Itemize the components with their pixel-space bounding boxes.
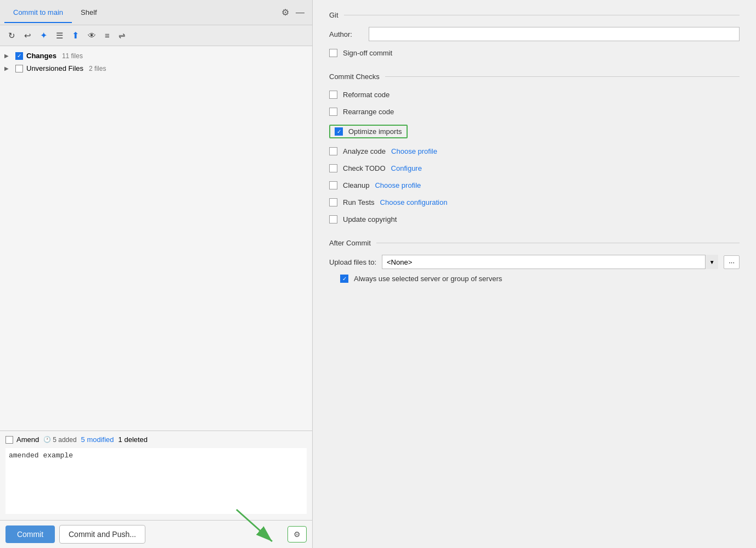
after-commit-header: After Commit bbox=[329, 239, 740, 247]
cleanup-checkbox[interactable] bbox=[329, 181, 337, 189]
reformat-label: Reformat code bbox=[343, 91, 390, 99]
always-row: Always use selected server or group of s… bbox=[340, 275, 740, 283]
update-copyright-checkbox[interactable] bbox=[329, 215, 337, 223]
changes-checkbox[interactable] bbox=[15, 52, 23, 60]
unversioned-item[interactable]: ▶ Unversioned Files 2 files bbox=[0, 62, 312, 75]
changes-count: 11 files bbox=[62, 52, 83, 60]
bottom-gear-button[interactable]: ⚙ bbox=[287, 526, 307, 543]
commit-and-push-button[interactable]: Commit and Push... bbox=[59, 525, 145, 544]
toolbar: ↻ ↩ ✦ ☰ ⬆ 👁 ≡ ⇌ bbox=[0, 25, 312, 46]
file-tree: ▶ Changes 11 files ▶ Unversioned Files 2… bbox=[0, 46, 312, 430]
right-panel: Git Author: Sign-off commit Commit Check… bbox=[313, 0, 756, 548]
upload-select-wrapper: <None> ▼ bbox=[382, 255, 718, 269]
tabs-bar: Commit to main Shelf ⚙ — bbox=[0, 0, 312, 25]
commit-button[interactable]: Commit bbox=[5, 525, 55, 543]
deleted-count: 1 deleted bbox=[119, 435, 148, 444]
left-panel: Commit to main Shelf ⚙ — ↻ ↩ ✦ ☰ ⬆ 👁 ≡ ⇌… bbox=[0, 0, 313, 548]
modified-count: 5 modified bbox=[81, 435, 114, 444]
git-section: Git Author: Sign-off commit bbox=[329, 11, 740, 59]
optimize-highlighted-container: Optimize imports bbox=[329, 125, 408, 138]
unversioned-count: 2 files bbox=[89, 65, 106, 72]
commit-checks-section: Commit Checks Reformat code Rearrange co… bbox=[329, 72, 740, 226]
check-cleanup-row: Cleanup Choose profile bbox=[329, 179, 740, 192]
upload-select-arrow[interactable]: ▼ bbox=[705, 255, 718, 269]
optimize-label: Optimize imports bbox=[348, 127, 402, 136]
update-copyright-label: Update copyright bbox=[343, 215, 397, 223]
author-row: Author: bbox=[329, 27, 740, 41]
tab-commit-to-main[interactable]: Commit to main bbox=[4, 3, 72, 23]
git-section-header: Git bbox=[329, 11, 740, 19]
sign-off-checkbox[interactable] bbox=[329, 49, 337, 57]
changes-arrow: ▶ bbox=[4, 53, 12, 59]
amend-checkbox-row: Amend bbox=[5, 435, 39, 444]
upload-more-button[interactable]: ··· bbox=[724, 255, 740, 269]
check-reformat-row: Reformat code bbox=[329, 88, 740, 101]
upload-select-value: <None> bbox=[387, 258, 412, 266]
eye-btn[interactable]: 👁 bbox=[85, 29, 99, 42]
diff-btn[interactable]: ☰ bbox=[53, 29, 66, 42]
cleanup-label: Cleanup bbox=[343, 181, 369, 189]
upload-row: Upload files to: <None> ▼ ··· bbox=[329, 255, 740, 269]
unversioned-label: Unversioned Files bbox=[26, 64, 83, 72]
cleanup-choose-profile-link[interactable]: Choose profile bbox=[375, 181, 421, 189]
optimize-checkbox[interactable] bbox=[335, 127, 343, 136]
amend-checkbox[interactable] bbox=[5, 436, 13, 444]
analyze-label: Analyze code bbox=[343, 147, 386, 155]
changes-item[interactable]: ▶ Changes 11 files bbox=[0, 49, 312, 62]
check-run-tests-row: Run Tests Choose configuration bbox=[329, 196, 740, 209]
move-btn[interactable]: ✦ bbox=[37, 29, 50, 42]
added-stat: 🕐 5 added bbox=[43, 436, 76, 444]
stats-row: Amend 🕐 5 added 5 modified 1 deleted bbox=[5, 435, 307, 444]
undo-btn[interactable]: ↩ bbox=[21, 29, 34, 42]
check-update-copyright-row: Update copyright bbox=[329, 213, 740, 226]
analyze-choose-profile-link[interactable]: Choose profile bbox=[391, 147, 437, 155]
settings-icon-btn[interactable]: ⚙ bbox=[278, 5, 292, 20]
list-btn[interactable]: ≡ bbox=[102, 29, 112, 42]
minimize-btn[interactable]: — bbox=[292, 5, 308, 20]
commit-checks-header: Commit Checks bbox=[329, 72, 740, 81]
reformat-checkbox[interactable] bbox=[329, 91, 337, 99]
todo-configure-link[interactable]: Configure bbox=[391, 164, 422, 172]
todo-label: Check TODO bbox=[343, 164, 386, 172]
rearrange-checkbox[interactable] bbox=[329, 108, 337, 116]
update-btn[interactable]: ⬆ bbox=[69, 29, 82, 42]
changes-label: Changes bbox=[26, 52, 57, 60]
sign-off-row: Sign-off commit bbox=[329, 47, 740, 59]
after-commit-section: After Commit Upload files to: <None> ▼ ·… bbox=[329, 239, 740, 283]
run-tests-checkbox[interactable] bbox=[329, 198, 337, 206]
unversioned-arrow: ▶ bbox=[4, 65, 12, 71]
commit-message-textarea[interactable]: amended example bbox=[5, 448, 307, 514]
check-todo-row: Check TODO Configure bbox=[329, 162, 740, 175]
analyze-checkbox[interactable] bbox=[329, 147, 337, 155]
always-label: Always use selected server or group of s… bbox=[354, 275, 502, 283]
amend-label: Amend bbox=[16, 435, 39, 444]
bottom-buttons: Commit Commit and Push... ⚙ bbox=[0, 520, 312, 548]
unversioned-checkbox[interactable] bbox=[15, 65, 23, 72]
tab-shelf[interactable]: Shelf bbox=[72, 3, 106, 23]
upload-label: Upload files to: bbox=[329, 258, 376, 266]
sort-btn[interactable]: ⇌ bbox=[116, 29, 128, 42]
upload-select-display[interactable]: <None> bbox=[382, 255, 718, 269]
author-label: Author: bbox=[329, 30, 362, 38]
run-tests-choose-config-link[interactable]: Choose configuration bbox=[380, 198, 448, 206]
check-rearrange-row: Rearrange code bbox=[329, 105, 740, 118]
sign-off-label: Sign-off commit bbox=[343, 49, 392, 57]
clock-icon: 🕐 bbox=[43, 436, 51, 443]
rearrange-label: Rearrange code bbox=[343, 108, 394, 116]
added-count: 5 added bbox=[53, 436, 76, 444]
check-optimize-row: Optimize imports bbox=[329, 122, 740, 141]
todo-checkbox[interactable] bbox=[329, 164, 337, 172]
run-tests-label: Run Tests bbox=[343, 198, 375, 206]
bottom-area: Amend 🕐 5 added 5 modified 1 deleted ame… bbox=[0, 430, 312, 520]
refresh-btn[interactable]: ↻ bbox=[5, 29, 18, 42]
check-analyze-row: Analyze code Choose profile bbox=[329, 145, 740, 158]
always-checkbox[interactable] bbox=[340, 275, 348, 283]
author-input[interactable] bbox=[369, 27, 740, 41]
